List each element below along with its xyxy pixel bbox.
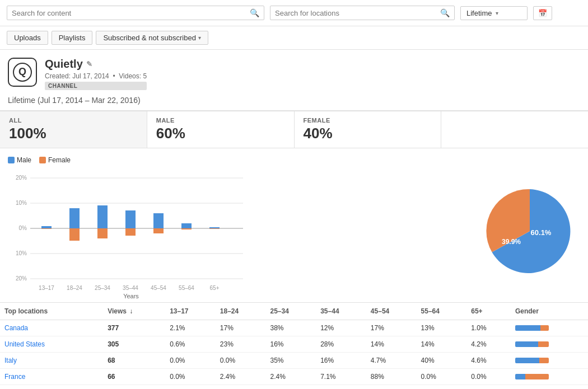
stat-all[interactable]: ALL 100% <box>0 111 147 148</box>
gender-bar-male <box>515 358 539 363</box>
bar-chart-svg: 20% 10% 0% 10% 20% <box>8 170 249 293</box>
age-55-64-cell: 40% <box>417 353 467 369</box>
age-65plus-cell: 4.6% <box>466 353 511 369</box>
age-55-64-cell: 13% <box>417 320 467 336</box>
col-header-65plus: 65+ <box>466 303 511 320</box>
svg-text:10%: 10% <box>16 250 27 256</box>
svg-text:45–54: 45–54 <box>151 285 166 291</box>
svg-rect-13 <box>41 228 52 229</box>
gender-cell <box>511 369 588 385</box>
age-25-34-cell: 35% <box>266 353 316 369</box>
table-row: Italy 68 0.0% 0.0% 35% 16% 4.7% 40% 4.6% <box>0 353 588 369</box>
edit-icon[interactable]: ✎ <box>86 60 92 68</box>
age-13-17-cell: 2.1% <box>165 320 216 336</box>
age-35-44-cell: 28% <box>316 336 366 353</box>
col-header-views[interactable]: Views ↓ <box>103 303 165 320</box>
playlists-button[interactable]: Playlists <box>52 31 93 45</box>
col-header-location: Top locations <box>0 303 103 320</box>
svg-text:60.1%: 60.1% <box>531 228 552 237</box>
svg-text:18–24: 18–24 <box>67 285 82 291</box>
legend-female-label: Female <box>48 156 71 164</box>
calendar-button[interactable]: 📅 <box>533 6 552 20</box>
gender-cell <box>511 385 588 390</box>
location-search-input[interactable] <box>275 9 440 17</box>
svg-rect-23 <box>181 228 192 229</box>
location-search-icon: 🔍 <box>440 8 450 17</box>
col-header-55-64: 55–64 <box>417 303 467 320</box>
location-cell[interactable]: Italy <box>0 353 103 369</box>
legend-female-dot <box>39 157 46 163</box>
age-35-44-cell: 12% <box>316 320 366 336</box>
col-header-25-34: 25–34 <box>266 303 316 320</box>
stat-female-label: FEMALE <box>304 117 432 124</box>
uploads-button[interactable]: Uploads <box>7 31 48 45</box>
svg-rect-12 <box>41 226 52 228</box>
table-row: United States 305 0.6% 23% 16% 28% 14% 1… <box>0 336 588 353</box>
svg-text:39.9%: 39.9% <box>502 238 521 246</box>
legend-male-label: Male <box>17 156 31 164</box>
charts-area: Male Female 20% 10% 0% 10% 20% <box>0 148 588 302</box>
subscribed-chevron-icon: ▾ <box>198 35 201 41</box>
channel-avatar: Q <box>8 58 37 87</box>
location-cell[interactable]: United Kingdom <box>0 385 103 390</box>
svg-text:55–64: 55–64 <box>179 285 194 291</box>
lifetime-range: Lifetime (Jul 17, 2014 – Mar 22, 2016) <box>0 93 588 110</box>
gender-bar <box>515 358 549 363</box>
location-search-box[interactable]: 🔍 <box>270 6 455 20</box>
svg-text:65+: 65+ <box>210 285 220 291</box>
table-row: United Kingdom 33 0.0% 5.0% 40% 5.0% 15%… <box>0 385 588 390</box>
channel-created: Created: Jul 17, 2014 <box>45 72 109 80</box>
stat-male[interactable]: MALE 60% <box>147 111 295 148</box>
chart-legend: Male Female <box>8 156 463 164</box>
age-25-34-cell: 40% <box>266 385 316 390</box>
gender-bar <box>515 341 549 347</box>
content-search-input[interactable] <box>12 9 250 17</box>
lifetime-select[interactable]: Lifetime ▾ <box>460 6 528 20</box>
table-header-row: Top locations Views ↓ 13–17 18–24 25–34 … <box>0 303 588 320</box>
age-65plus-cell: 0.0% <box>466 369 511 385</box>
gender-cell <box>511 336 588 353</box>
age-65plus-cell: 0.0% <box>466 385 511 390</box>
gender-bar-female <box>539 358 549 363</box>
age-45-54-cell: 15% <box>366 385 417 390</box>
location-cell[interactable]: Canada <box>0 320 103 336</box>
calendar-icon: 📅 <box>538 9 547 17</box>
stat-empty <box>441 111 588 148</box>
age-18-24-cell: 5.0% <box>216 385 266 390</box>
age-45-54-cell: 4.7% <box>366 353 417 369</box>
gender-cell <box>511 353 588 369</box>
svg-rect-14 <box>69 208 80 228</box>
pie-chart-svg: 60.1% 39.9% <box>482 184 577 279</box>
age-45-54-cell: 14% <box>366 336 417 353</box>
views-cell: 68 <box>103 353 165 369</box>
svg-rect-15 <box>69 228 80 241</box>
svg-rect-18 <box>125 210 136 228</box>
views-cell: 305 <box>103 336 165 353</box>
svg-rect-20 <box>153 213 164 228</box>
stat-female[interactable]: FEMALE 40% <box>295 111 442 148</box>
location-cell[interactable]: France <box>0 369 103 385</box>
location-cell[interactable]: United States <box>0 336 103 353</box>
content-search-box[interactable]: 🔍 <box>7 6 264 20</box>
col-header-gender: Gender <box>511 303 588 320</box>
svg-text:Years: Years <box>123 293 139 299</box>
stat-male-label: MALE <box>156 117 285 124</box>
age-55-64-cell: 35% <box>417 385 467 390</box>
data-table: Top locations Views ↓ 13–17 18–24 25–34 … <box>0 302 588 389</box>
svg-rect-16 <box>97 205 108 228</box>
col-header-45-54: 45–54 <box>366 303 417 320</box>
age-45-54-cell: 88% <box>366 369 417 385</box>
stat-all-label: ALL <box>9 117 138 124</box>
stats-row: ALL 100% MALE 60% FEMALE 40% <box>0 110 588 148</box>
age-18-24-cell: 2.4% <box>216 369 266 385</box>
subscribed-dropdown[interactable]: Subscribed & not subscribed ▾ <box>96 31 208 45</box>
channel-info: Q Quietly ✎ Created: Jul 17, 2014 • Vide… <box>0 50 588 93</box>
age-18-24-cell: 0.0% <box>216 353 266 369</box>
channel-name: Quietly <box>45 58 83 71</box>
age-13-17-cell: 0.0% <box>165 369 216 385</box>
age-35-44-cell: 7.1% <box>316 369 366 385</box>
age-25-34-cell: 16% <box>266 336 316 353</box>
age-25-34-cell: 2.4% <box>266 369 316 385</box>
svg-text:Q: Q <box>18 66 26 77</box>
age-45-54-cell: 17% <box>366 320 417 336</box>
